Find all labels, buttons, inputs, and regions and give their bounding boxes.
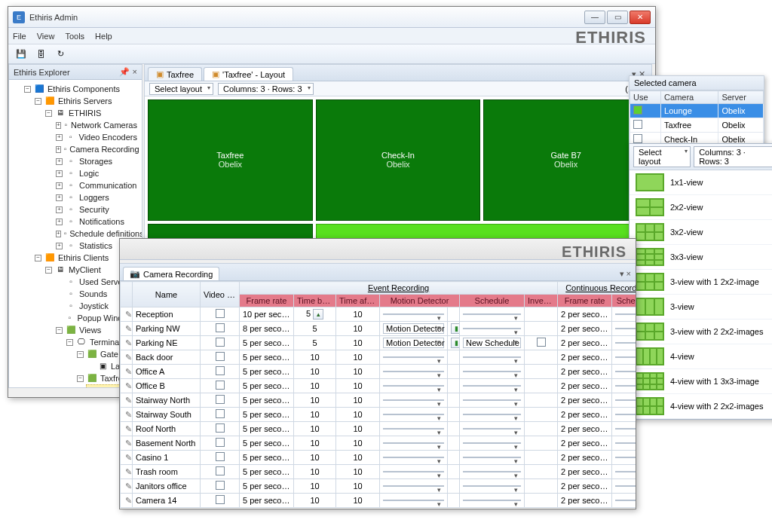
cell-timebefore[interactable]: 10 (294, 436, 336, 451)
expand-icon[interactable]: − (35, 255, 41, 261)
motion-dropdown[interactable] (383, 471, 444, 472)
motion-dropdown[interactable] (383, 500, 444, 501)
edit-icon[interactable]: ✎ (124, 453, 133, 462)
explorer-header[interactable]: Ethiris Explorer 📌× (9, 65, 142, 80)
edit-icon[interactable]: ✎ (124, 439, 133, 448)
cont-schedule-dropdown[interactable] (615, 328, 636, 329)
cont-schedule-dropdown[interactable] (615, 471, 636, 472)
schedule-dropdown[interactable] (463, 414, 521, 415)
schedule-dropdown[interactable] (463, 485, 521, 487)
cell-name[interactable]: Stairway South (133, 408, 201, 422)
cell-timebefore[interactable]: 5 ▴ (294, 307, 336, 322)
cont-schedule-dropdown[interactable] (615, 342, 636, 344)
head-csch[interactable]: Schedule (612, 295, 636, 307)
cell-timebefore[interactable]: 5 (294, 336, 336, 350)
motion-dropdown[interactable] (383, 399, 444, 401)
cell-timebefore[interactable]: 10 (294, 408, 336, 422)
expand-icon[interactable]: − (35, 98, 41, 105)
head-cframe[interactable]: Frame rate (558, 295, 612, 307)
cell-cont-framerate[interactable]: 2 per second (558, 494, 612, 508)
menu-view[interactable]: View (37, 32, 55, 41)
cell-cont-framerate[interactable]: 2 per second (558, 307, 612, 322)
tab-taxfree[interactable]: ▣Taxfree (148, 67, 202, 81)
layout-option[interactable]: 4-view with 1 3x3-image (630, 369, 772, 394)
head-frame[interactable]: Frame rate (240, 295, 294, 307)
stepper-icon[interactable]: ▴ (313, 309, 323, 320)
expand-icon[interactable]: − (77, 351, 84, 358)
cont-schedule-dropdown[interactable] (615, 414, 636, 415)
maximize-button[interactable]: ▭ (607, 11, 628, 24)
vod-checkbox[interactable] (216, 352, 225, 361)
cell-framerate[interactable]: 5 per second (240, 422, 294, 436)
cell-name[interactable]: Casino 1 (133, 451, 201, 465)
schedule-dropdown[interactable] (463, 471, 521, 472)
edit-icon[interactable]: ✎ (124, 324, 133, 333)
cell-timebefore[interactable]: 10 (294, 379, 336, 393)
cell-timeafter[interactable]: 10 (336, 494, 380, 508)
popup-select-layout[interactable]: Select layout (633, 146, 691, 167)
schedule-dropdown[interactable] (463, 356, 521, 358)
edit-icon[interactable]: ✎ (124, 396, 133, 405)
bars-icon[interactable]: ▮ (451, 338, 460, 348)
cell-framerate[interactable]: 5 per second (240, 436, 294, 451)
tree-node[interactable]: −🟦Ethiris Components (23, 83, 139, 95)
tree-node[interactable]: +▫Logic (54, 167, 139, 179)
cell-timeafter[interactable]: 10 (336, 307, 380, 322)
cell-timeafter[interactable]: 10 (336, 465, 380, 479)
edit-icon[interactable]: ✎ (124, 367, 133, 376)
cell-cont-framerate[interactable]: 2 per second (558, 350, 612, 365)
cont-schedule-dropdown[interactable] (615, 356, 636, 358)
edit-icon[interactable]: ✎ (124, 381, 133, 390)
cell-cont-framerate[interactable]: 2 per second (558, 336, 612, 350)
cell-timebefore[interactable]: 5 (294, 322, 336, 336)
vod-checkbox[interactable] (216, 438, 225, 447)
cell-framerate[interactable]: 5 per second (240, 336, 294, 350)
recording-titlebar[interactable]: ETHIRIS (120, 239, 636, 260)
expand-icon[interactable]: + (56, 122, 61, 129)
tree-node[interactable]: +▫Notifications (54, 216, 139, 228)
tree-node[interactable]: −🖥ETHIRIS (44, 107, 139, 119)
schedule-dropdown[interactable] (463, 328, 521, 329)
expand-icon[interactable]: + (56, 170, 63, 177)
vod-checkbox[interactable] (216, 395, 225, 404)
camera-row[interactable]: TaxfreeObelix (630, 118, 764, 133)
tree-node[interactable]: +▫Loggers (54, 191, 139, 203)
cont-schedule-dropdown[interactable] (615, 485, 636, 487)
expand-icon[interactable]: − (24, 86, 31, 93)
cell-framerate[interactable]: 5 per second (240, 494, 294, 508)
head-vod[interactable]: Video on Demand (201, 282, 240, 307)
cell-timeafter[interactable]: 10 (336, 379, 380, 393)
cell-cont-framerate[interactable]: 2 per second (558, 422, 612, 436)
cell-timeafter[interactable]: 10 (336, 322, 380, 336)
cell-timeafter[interactable]: 10 (336, 422, 380, 436)
col-server[interactable]: Server (718, 91, 764, 104)
toolbar-save-icon[interactable]: 💾 (13, 46, 29, 63)
head-name[interactable]: Name (133, 282, 201, 307)
cont-schedule-dropdown[interactable] (615, 442, 636, 444)
cell-timebefore[interactable]: 10 (294, 479, 336, 494)
tree-node[interactable]: +▫Communication (54, 179, 139, 191)
cont-schedule-dropdown[interactable] (615, 385, 636, 387)
cell-name[interactable]: Reception (133, 307, 201, 322)
layout-cell[interactable]: Gate B7Obelix (483, 99, 648, 221)
cell-timeafter[interactable]: 10 (336, 436, 380, 451)
cell-cont-framerate[interactable]: 2 per second (558, 465, 612, 479)
cell-timeafter[interactable]: 10 (336, 508, 380, 509)
layout-option[interactable]: 2x2-view (630, 195, 772, 220)
menu-tools[interactable]: Tools (65, 32, 84, 41)
edit-icon[interactable]: ✎ (124, 310, 133, 319)
layout-option[interactable]: 3x2-view (630, 220, 772, 245)
menu-file[interactable]: File (13, 32, 26, 41)
use-checkbox[interactable] (633, 120, 642, 129)
cell-framerate[interactable]: 5 per second (240, 393, 294, 408)
cell-cont-framerate[interactable]: 2 per second (558, 451, 612, 465)
cell-timebefore[interactable]: 10 (294, 451, 336, 465)
head-ta[interactable]: Time after (s) (336, 295, 380, 307)
cell-name[interactable]: Basement North (133, 436, 201, 451)
cell-framerate[interactable]: 5 per second (240, 408, 294, 422)
expand-icon[interactable]: + (56, 206, 63, 213)
vod-checkbox[interactable] (216, 423, 225, 433)
schedule-dropdown[interactable] (463, 385, 521, 387)
cell-framerate[interactable]: 5 per second (240, 465, 294, 479)
edit-icon[interactable]: ✎ (124, 338, 133, 347)
